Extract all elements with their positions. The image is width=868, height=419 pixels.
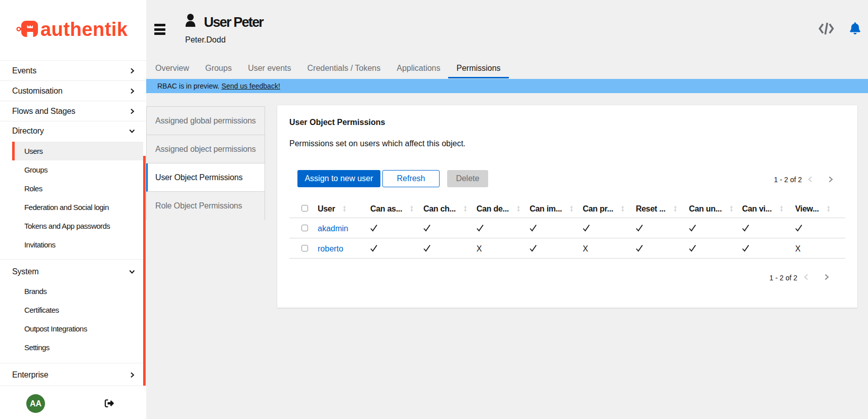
svg-text:authentik: authentik — [40, 19, 128, 40]
